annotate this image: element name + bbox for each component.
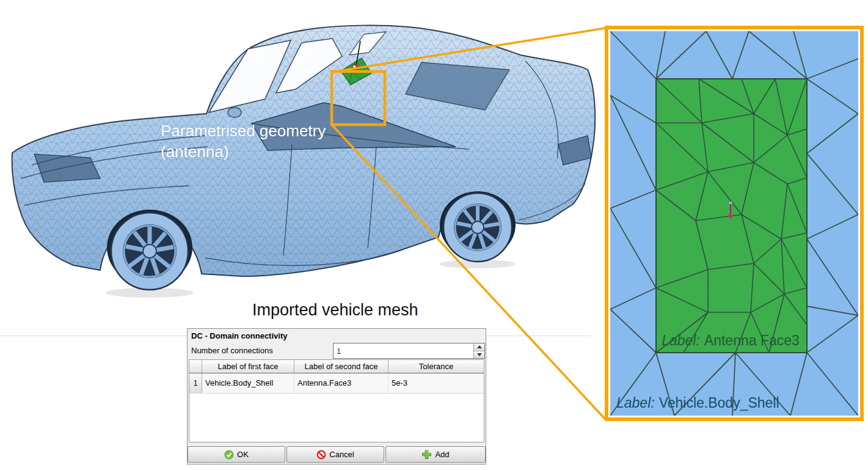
chevron-down-icon bbox=[477, 353, 482, 356]
vehicle-body-name: Vehicle.Body_Shell bbox=[659, 395, 779, 411]
cancel-prohibit-icon bbox=[316, 450, 326, 460]
add-plus-icon bbox=[421, 449, 432, 460]
feed-point-marker bbox=[352, 65, 359, 72]
ok-button[interactable]: OK bbox=[188, 446, 285, 463]
col-header-first-face: Label of first face bbox=[202, 360, 294, 373]
figure-canvas: Parametrised geometry (antenna) Imported… bbox=[0, 0, 868, 470]
connections-table: Label of first face Label of second face… bbox=[189, 359, 484, 442]
inset-antenna-label: Label:Antenna Face3 bbox=[657, 332, 804, 349]
col-header-second-face: Label of second face bbox=[294, 360, 388, 373]
front-wheel bbox=[111, 213, 188, 290]
connections-label: Number of connections bbox=[191, 346, 273, 355]
rear-wheel bbox=[443, 193, 512, 262]
antenna-face-name: Antenna Face3 bbox=[704, 332, 800, 348]
ok-button-label: OK bbox=[237, 450, 249, 459]
add-button-label: Add bbox=[435, 450, 449, 459]
connections-input[interactable] bbox=[334, 343, 473, 358]
spinner-down-button[interactable] bbox=[474, 351, 484, 359]
magnified-inset: Label:Antenna Face3 Label:Vehicle.Body_S… bbox=[605, 26, 864, 421]
spinner bbox=[473, 343, 484, 358]
cell-first-face[interactable]: Vehicle.Body_Shell bbox=[202, 373, 294, 393]
cell-second-face[interactable]: Antenna.Face3 bbox=[294, 373, 388, 393]
table-row[interactable]: 1 Vehicle.Body_Shell Antenna.Face3 5e-3 bbox=[189, 373, 484, 394]
chevron-up-icon bbox=[477, 345, 482, 348]
add-button[interactable]: Add bbox=[385, 446, 486, 463]
spinner-up-button[interactable] bbox=[474, 343, 484, 351]
connections-spinbox bbox=[333, 343, 485, 359]
headlight bbox=[34, 154, 100, 182]
corner-header-cell bbox=[189, 360, 202, 373]
label-prefix: Label: bbox=[616, 395, 655, 411]
parametrised-geometry-label: Parametrised geometry (antenna) bbox=[161, 120, 326, 162]
ok-check-icon bbox=[224, 450, 234, 460]
row-number-cell[interactable]: 1 bbox=[189, 373, 202, 393]
dialog-title: DC - Domain connectivity bbox=[191, 331, 287, 340]
inset-vehicle-label: Label:Vehicle.Body_Shell bbox=[616, 395, 779, 411]
inset-mesh-view bbox=[610, 31, 858, 416]
col-header-tolerance: Tolerance bbox=[388, 360, 484, 373]
cell-tolerance[interactable]: 5e-3 bbox=[388, 373, 484, 393]
cancel-button-label: Cancel bbox=[329, 450, 354, 459]
label-prefix: Label: bbox=[662, 332, 700, 348]
imported-mesh-label: Imported vehicle mesh bbox=[252, 301, 418, 320]
domain-connectivity-dialog: DC - Domain connectivity Number of conne… bbox=[187, 328, 486, 464]
table-header: Label of first face Label of second face… bbox=[189, 360, 484, 373]
side-mirror bbox=[228, 108, 241, 117]
cancel-button[interactable]: Cancel bbox=[286, 446, 384, 463]
